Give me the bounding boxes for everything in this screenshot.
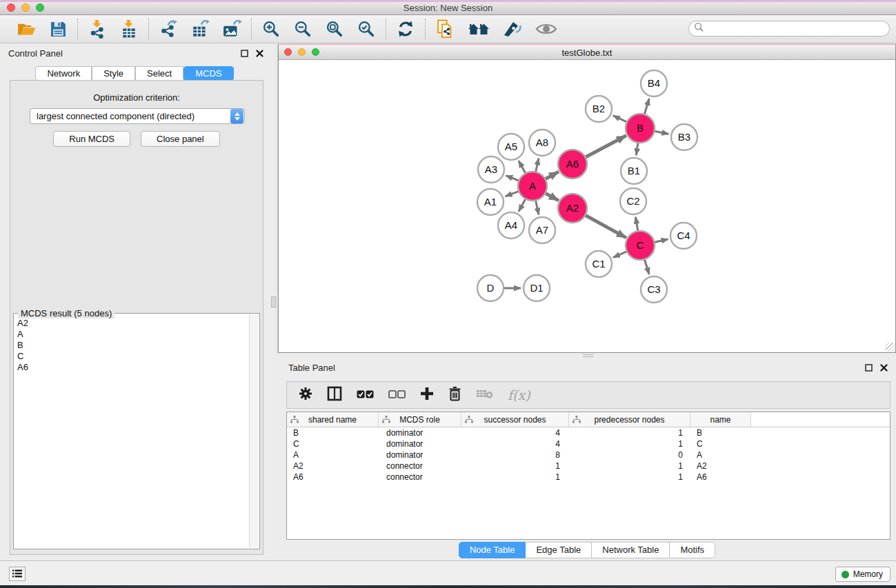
node-C4[interactable]: C4: [670, 223, 697, 249]
node-A6[interactable]: A6: [558, 150, 587, 179]
float-panel-icon[interactable]: [864, 363, 873, 372]
criterion-selected-value: largest connected component (directed): [30, 111, 230, 121]
close-panel-icon[interactable]: [255, 49, 263, 57]
tab-style[interactable]: Style: [92, 66, 135, 81]
show-columns-button[interactable]: [327, 386, 342, 404]
result-item[interactable]: C: [14, 351, 249, 362]
result-item[interactable]: A: [14, 329, 249, 340]
node-B[interactable]: B: [626, 114, 655, 143]
import-table-button[interactable]: [119, 19, 139, 39]
tab-edge-table[interactable]: Edge Table: [526, 542, 592, 558]
zoom-fit-button[interactable]: [325, 19, 344, 39]
select-all-columns-button[interactable]: [357, 389, 374, 401]
criterion-select[interactable]: largest connected component (directed): [30, 108, 245, 124]
svg-text:A7: A7: [536, 224, 548, 236]
close-panel-icon[interactable]: [879, 363, 888, 372]
node-C[interactable]: C: [626, 231, 655, 260]
tab-node-table[interactable]: Node Table: [459, 542, 526, 558]
tab-motifs[interactable]: Motifs: [670, 542, 715, 558]
table-row[interactable]: A2connector11A2: [287, 460, 890, 472]
network-window-title: testGlobe.txt: [279, 48, 895, 58]
show-all-views-button[interactable]: [467, 19, 490, 39]
node-C3[interactable]: C3: [641, 276, 667, 303]
delete-column-button[interactable]: [448, 386, 461, 404]
result-item[interactable]: A6: [14, 362, 249, 373]
zoom-in-button[interactable]: [261, 19, 281, 39]
node-A7[interactable]: A7: [529, 217, 555, 243]
window-resize-grip[interactable]: [886, 343, 895, 352]
node-B4[interactable]: B4: [641, 70, 667, 97]
node-A1[interactable]: A1: [477, 189, 504, 215]
node-B2[interactable]: B2: [586, 96, 612, 122]
network-canvas[interactable]: B4B2BB3A8A5A6A3B1AA1C2A2A4A7C4CC1C3DD1: [279, 60, 895, 352]
node-B3[interactable]: B3: [671, 124, 697, 150]
table-cell: connector: [379, 472, 461, 483]
table-cell: 4: [461, 427, 569, 438]
column-header-mcds-role[interactable]: MCDS role: [379, 412, 461, 427]
node-C2[interactable]: C2: [620, 188, 646, 214]
result-scrollbar[interactable]: [249, 314, 259, 548]
tab-network-table[interactable]: Network Table: [592, 542, 670, 558]
function-builder-button[interactable]: f(x): [508, 387, 530, 403]
float-panel-icon[interactable]: [240, 49, 248, 57]
network-window-titlebar[interactable]: testGlobe.txt: [279, 45, 895, 60]
run-mcds-button[interactable]: Run MCDS: [53, 131, 130, 147]
node-B1[interactable]: B1: [621, 158, 647, 184]
table-row[interactable]: Adominator80A: [287, 449, 890, 460]
zoom-selected-button[interactable]: [357, 19, 376, 39]
node-A4[interactable]: A4: [498, 212, 524, 239]
export-table-button[interactable]: [190, 19, 210, 39]
show-graphics-details-button[interactable]: [535, 19, 558, 39]
memory-button[interactable]: Memory: [835, 567, 890, 582]
node-C1[interactable]: C1: [586, 251, 612, 277]
node-A8[interactable]: A8: [529, 130, 555, 156]
node-A3[interactable]: A3: [478, 156, 504, 183]
unselect-all-columns-button[interactable]: [388, 389, 406, 401]
result-item[interactable]: A2: [14, 318, 249, 329]
search-input[interactable]: [704, 23, 889, 35]
svg-text:D1: D1: [530, 282, 543, 294]
tab-network[interactable]: Network: [35, 66, 92, 81]
column-header-successor-nodes[interactable]: successor nodes: [461, 412, 569, 427]
svg-text:C2: C2: [626, 195, 639, 207]
table-row[interactable]: A6connector11A6: [287, 472, 890, 483]
hide-graphics-details-button[interactable]: [503, 19, 522, 39]
open-session-button[interactable]: [17, 19, 36, 39]
svg-text:C1: C1: [592, 258, 605, 270]
svg-text:A5: A5: [505, 141, 517, 152]
delete-table-button[interactable]: [476, 388, 493, 402]
tab-mcds[interactable]: MCDS: [183, 66, 233, 81]
column-header-name[interactable]: name: [690, 412, 751, 427]
node-A2[interactable]: A2: [558, 194, 587, 223]
svg-text:A: A: [529, 180, 536, 192]
tab-select[interactable]: Select: [135, 66, 183, 81]
zoom-out-icon: [294, 20, 312, 39]
result-item[interactable]: B: [14, 340, 249, 351]
table-row[interactable]: Bdominator41B: [287, 427, 890, 438]
node-A5[interactable]: A5: [498, 134, 524, 160]
refresh-button[interactable]: [396, 19, 415, 39]
horizontal-split-divider[interactable]: [278, 353, 896, 358]
node-A[interactable]: A: [518, 172, 547, 201]
show-task-history-button[interactable]: [9, 567, 26, 581]
save-session-button[interactable]: [48, 19, 68, 39]
close-panel-button[interactable]: Close panel: [141, 131, 220, 147]
zoom-out-button[interactable]: [293, 19, 312, 39]
clone-network-button[interactable]: [435, 19, 455, 39]
node-D[interactable]: D: [477, 275, 504, 301]
import-network-button[interactable]: [88, 19, 107, 39]
table-row[interactable]: Cdominator41C: [287, 438, 890, 449]
create-column-button[interactable]: [420, 387, 434, 403]
vertical-split-divider[interactable]: [269, 43, 278, 560]
table-cell: 1: [569, 427, 690, 438]
export-image-button[interactable]: [222, 19, 241, 39]
mcds-result-list[interactable]: A2ABCA6: [14, 318, 249, 548]
table-settings-button[interactable]: [299, 387, 312, 403]
divider-grip[interactable]: [583, 354, 594, 357]
column-header-shared-name[interactable]: shared name: [287, 412, 379, 427]
column-header-predecessor-nodes[interactable]: predecessor nodes: [569, 412, 690, 427]
divider-grip[interactable]: [271, 296, 276, 307]
toolbar-search[interactable]: [688, 21, 890, 37]
node-D1[interactable]: D1: [524, 275, 550, 301]
export-network-button[interactable]: [159, 19, 178, 39]
